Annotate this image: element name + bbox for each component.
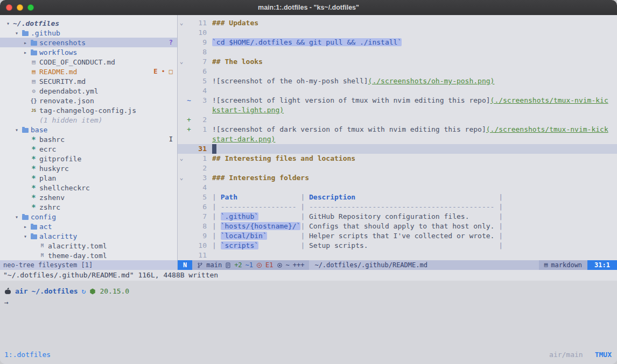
editor-line[interactable]: 2 — [178, 163, 617, 173]
editor-line[interactable]: kstart-light.png) — [178, 105, 617, 115]
editor-buffer[interactable]: ⌄11### Updates109`cd $HOME/.dotfiles && … — [178, 15, 617, 260]
tree-item-plan[interactable]: *plan — [0, 173, 177, 183]
editor-line[interactable]: 9| `local/bin` | Helper scripts that I'v… — [178, 231, 617, 241]
tmux-window-tab[interactable]: 1:.dotfiles — [4, 351, 51, 359]
line-text: | `scripts` | Setup scripts. | — [212, 241, 617, 251]
editor-line[interactable]: 8| `hosts/{hostname}/`| Configs that sho… — [178, 222, 617, 231]
shell-icon: * — [29, 174, 38, 182]
tree-item-ecrc[interactable]: *ecrc — [0, 144, 177, 154]
editor-line[interactable]: 4 — [178, 86, 617, 96]
tree-item-zshrc[interactable]: *zshrc — [0, 202, 177, 212]
editor-line[interactable]: 5![screenshot of the oh-my-posh shell](.… — [178, 76, 617, 86]
shell-icon: * — [29, 183, 38, 192]
chevron-right-icon[interactable]: ▸ — [22, 224, 29, 230]
sign-column — [185, 86, 193, 96]
tree-item--1-hidden-item-[interactable]: (1 hidden item) — [0, 115, 177, 125]
tree-item-renovate.json[interactable]: {}renovate.json — [0, 96, 177, 105]
zoom-button[interactable] — [27, 4, 34, 11]
fold-column — [178, 241, 185, 251]
editor-line[interactable]: ⌄11### Updates — [178, 18, 617, 28]
fold-arrow-icon[interactable]: ⌄ — [178, 57, 185, 67]
chevron-down-icon[interactable]: ▾ — [22, 233, 29, 239]
editor-line[interactable]: 31 — [178, 144, 617, 154]
line-text — [212, 67, 617, 76]
line-text: | `.github` | GitHub Repository configur… — [212, 212, 617, 222]
tree-item-screenshots[interactable]: ▸screenshots? — [0, 38, 177, 47]
editor-line[interactable]: 8 — [178, 47, 617, 57]
tree-item-alacritty[interactable]: ▾alacritty — [0, 231, 177, 241]
chevron-down-icon[interactable]: ▾ — [4, 20, 12, 26]
tree-item-readme.md[interactable]: ▤README.mdE•□ — [0, 67, 177, 76]
shell-icon: * — [29, 164, 38, 173]
fold-column — [178, 105, 185, 115]
editor-line[interactable]: 6 — [178, 67, 617, 76]
fold-arrow-icon[interactable]: ⌄ — [178, 154, 185, 163]
tree-item-config[interactable]: ▾config — [0, 212, 177, 222]
editor-line[interactable]: ⌄3### Interesting folders — [178, 173, 617, 183]
editor-line[interactable]: +1![screenshot of dark version of tmux w… — [178, 125, 617, 134]
editor-line[interactable]: 9`cd $HOME/.dotfiles && git pull && ./in… — [178, 38, 617, 47]
editor-line[interactable]: 10| `scripts` | Setup scripts. | — [178, 241, 617, 251]
sign-column — [185, 38, 193, 47]
chevron-right-icon[interactable]: ▸ — [22, 49, 29, 55]
sign-column — [185, 231, 193, 241]
folder-glyph — [31, 234, 37, 239]
editor-line[interactable]: start-dark.png) — [178, 134, 617, 144]
tree-item-code-of-conduct.md[interactable]: ▤CODE_OF_CONDUCT.md — [0, 57, 177, 67]
tree-item-gitprofile[interactable]: *gitprofile — [0, 154, 177, 163]
chevron-right-icon[interactable]: ▸ — [22, 40, 29, 46]
minimize-button[interactable] — [17, 4, 23, 11]
fold-arrow-icon[interactable]: ⌄ — [178, 173, 185, 183]
hunks-indicator: +++ — [293, 260, 305, 270]
tree-item-tag-changelog-config.js[interactable]: JStag-changelog-config.js — [0, 105, 177, 115]
editor-line[interactable]: 6| ------------------ | ----------------… — [178, 202, 617, 212]
tree-item-dependabot.yml[interactable]: ⚙dependabot.yml — [0, 86, 177, 96]
editor-line[interactable]: 11 — [178, 251, 617, 260]
sign-column — [185, 144, 193, 154]
shell-pane[interactable]: air ~/.dotfiles ↻ 20.15.0 → — [0, 281, 617, 348]
tree-item-act[interactable]: ▸act — [0, 222, 177, 231]
record-icon — [277, 262, 283, 268]
editor-line[interactable]: +2 — [178, 115, 617, 125]
text-segment: | — [499, 212, 503, 220]
tree-item-base[interactable]: ▾base — [0, 125, 177, 134]
tree-item-theme-day.toml[interactable]: Mtheme-day.toml — [0, 251, 177, 260]
tree-item--.dotfiles[interactable]: ▾~/.dotfiles — [0, 18, 177, 28]
tree-item-alacritty.toml[interactable]: Malacritty.toml — [0, 241, 177, 251]
editor-line[interactable]: 7| `.github` | GitHub Repository configu… — [178, 212, 617, 222]
titlebar[interactable]: main:1:.dotfiles - "ks~/.dotfiles" — [0, 0, 617, 15]
fold-column — [178, 231, 185, 241]
window-title: main:1:.dotfiles - "ks~/.dotfiles" — [0, 4, 617, 11]
text-segment — [258, 212, 300, 220]
tree-item-zshenv[interactable]: *zshenv — [0, 192, 177, 202]
editor-panel: ⌄11### Updates109`cd $HOME/.dotfiles && … — [178, 15, 617, 270]
line-text: ## The looks — [212, 57, 617, 67]
tree-item-bashrc[interactable]: *bashrcI — [0, 134, 177, 144]
text-segment: `hosts/{hostname}/` — [221, 222, 301, 230]
chevron-down-icon[interactable]: ▾ — [13, 127, 20, 133]
tree-item-huskyrc[interactable]: *huskyrc — [0, 163, 177, 173]
close-button[interactable] — [6, 4, 12, 11]
editor-line[interactable]: ~3![screenshot of light version of tmux … — [178, 96, 617, 105]
tree-item-workflows[interactable]: ▸workflows — [0, 47, 177, 57]
text-segment: | — [499, 241, 503, 249]
fold-arrow-icon[interactable]: ⌄ — [178, 18, 185, 28]
text-segment: | — [300, 212, 309, 220]
file-tree[interactable]: ▾~/.dotfiles▾.github▸screenshots?▸workfl… — [0, 15, 177, 260]
chevron-down-icon[interactable]: ▾ — [13, 214, 20, 220]
tree-item-shellcheckrc[interactable]: *shellcheckrc — [0, 183, 177, 192]
editor-line[interactable]: 4 — [178, 183, 617, 192]
editor-line[interactable]: ⌄1## Interesting files and locations — [178, 154, 617, 163]
tree-item-label: CODE_OF_CONDUCT.md — [39, 58, 115, 66]
editor-line[interactable]: 5| Path | Description | — [178, 192, 617, 202]
editor-line[interactable]: 10 — [178, 28, 617, 38]
buffer-icon — [225, 262, 231, 268]
fold-column — [178, 144, 185, 154]
text-segment: | — [300, 232, 309, 240]
chevron-down-icon[interactable]: ▾ — [13, 30, 20, 36]
tree-item-.github[interactable]: ▾.github — [0, 28, 177, 38]
sign-column — [185, 28, 193, 38]
text-segment: (./screenshots/tmux-nvim-kic — [490, 96, 608, 104]
tree-item-security.md[interactable]: ▤SECURITY.md — [0, 76, 177, 86]
editor-line[interactable]: ⌄7## The looks — [178, 57, 617, 67]
